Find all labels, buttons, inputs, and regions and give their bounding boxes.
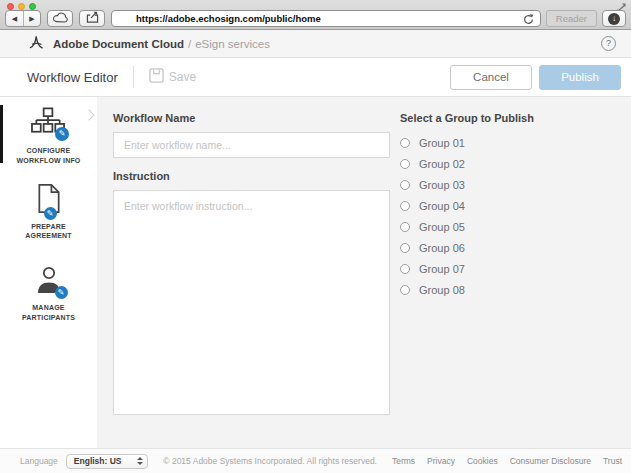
select-stepper-icon (137, 457, 143, 465)
group-option-label: Group 02 (419, 158, 465, 170)
cloud-icon (53, 11, 68, 26)
cancel-button[interactable]: Cancel (450, 65, 532, 90)
radio-icon[interactable] (400, 285, 410, 295)
editor-toolbar: Workflow Editor Save Cancel Publish (0, 58, 631, 97)
brand-separator: / (188, 38, 191, 50)
forward-icon: ▶ (29, 15, 34, 22)
sidebar-step-prepare-agreement[interactable]: ✎ PREPARE AGREEMENT (0, 184, 97, 242)
adobe-logo-icon (28, 34, 44, 53)
back-button[interactable]: ◀ (6, 11, 23, 26)
group-option-label: Group 06 (419, 242, 465, 254)
sidebar-step-manage-participants[interactable]: ✎ MANAGE PARTICIPANTS (0, 266, 97, 323)
back-icon: ◀ (12, 15, 17, 22)
instruction-label: Instruction (113, 170, 390, 182)
workflow-name-input[interactable] (113, 132, 390, 158)
page-title: Workflow Editor (27, 70, 118, 85)
group-radio-row[interactable]: Group 08 (400, 284, 534, 296)
save-label: Save (169, 70, 196, 84)
radio-icon[interactable] (400, 159, 410, 169)
forward-button[interactable]: ▶ (23, 11, 40, 26)
group-option-label: Group 04 (419, 200, 465, 212)
nav-buttons: ◀ ▶ (5, 10, 41, 27)
browser-window: ◀ ▶ https://adobe.echosign.com/public/ho… (0, 0, 631, 473)
share-button[interactable] (79, 10, 105, 27)
download-icon: ↓ (608, 13, 620, 25)
language-value: English: US (74, 456, 122, 466)
group-option-label: Group 08 (419, 284, 465, 296)
group-option-label: Group 07 (419, 263, 465, 275)
group-radio-row[interactable]: Group 05 (400, 221, 534, 233)
footer-link-consumer-disclosure[interactable]: Consumer Disclosure (510, 456, 591, 466)
document-edit-icon: ✎ (37, 184, 61, 216)
workflow-edit-icon: ✎ (31, 107, 66, 140)
group-select-panel: Select a Group to Publish Group 01 Group… (400, 112, 534, 448)
copyright-text: © 2015 Adobe Systems Incorporated. All r… (163, 456, 377, 466)
radio-icon[interactable] (400, 264, 410, 274)
traffic-lights (7, 3, 36, 10)
radio-icon[interactable] (400, 180, 410, 190)
group-option-label: Group 03 (419, 179, 465, 191)
instruction-textarea[interactable] (113, 190, 390, 415)
footer-link-terms[interactable]: Terms (392, 456, 415, 466)
group-option-label: Group 05 (419, 221, 465, 233)
radio-icon[interactable] (400, 222, 410, 232)
address-bar[interactable]: https://adobe.echosign.com/public/home (111, 10, 541, 27)
edit-pencil-badge-icon: ✎ (44, 207, 57, 220)
close-window-icon[interactable] (7, 3, 14, 10)
reload-icon[interactable] (523, 13, 535, 25)
language-label: Language (20, 456, 58, 466)
group-radio-row[interactable]: Group 03 (400, 179, 534, 191)
group-option-label: Group 01 (419, 137, 465, 149)
url-text: https://adobe.echosign.com/public/home (136, 13, 523, 24)
workflow-form: Workflow Name Instruction (113, 112, 390, 448)
app-header: Adobe Document Cloud / eSign services ? (0, 30, 631, 58)
minimize-window-icon[interactable] (18, 3, 25, 10)
toolbar-divider (133, 66, 134, 88)
brand-subtitle: eSign services (195, 38, 270, 50)
browser-toolbar: ◀ ▶ https://adobe.echosign.com/public/ho… (5, 10, 626, 27)
zoom-window-icon[interactable] (29, 3, 36, 10)
group-select-title: Select a Group to Publish (400, 112, 534, 124)
footer-link-privacy[interactable]: Privacy (427, 456, 455, 466)
participants-edit-icon: ✎ (35, 266, 63, 297)
radio-icon[interactable] (400, 243, 410, 253)
save-icon (149, 68, 164, 86)
footer: Language English: US © 2015 Adobe System… (0, 448, 631, 473)
sidebar-step-configure-workflow-info[interactable]: ✎ CONFIGURE WORKFLOW INFO (0, 107, 97, 166)
edit-pencil-badge-icon: ✎ (55, 127, 69, 141)
workflow-name-label: Workflow Name (113, 112, 390, 124)
step-label: CONFIGURE WORKFLOW INFO (10, 146, 88, 166)
footer-link-trust[interactable]: Trust (603, 456, 622, 466)
save-button[interactable]: Save (149, 68, 196, 86)
reader-button[interactable]: Reader (546, 10, 597, 27)
radio-icon[interactable] (400, 201, 410, 211)
brand-title: Adobe Document Cloud (53, 38, 184, 50)
edit-pencil-badge-icon: ✎ (55, 286, 68, 299)
footer-links: Terms Privacy Cookies Consumer Disclosur… (392, 456, 622, 466)
group-radio-row[interactable]: Group 04 (400, 200, 534, 212)
group-radio-row[interactable]: Group 06 (400, 242, 534, 254)
share-icon (86, 11, 99, 26)
radio-icon[interactable] (400, 138, 410, 148)
footer-link-cookies[interactable]: Cookies (467, 456, 498, 466)
help-icon[interactable]: ? (601, 36, 616, 51)
browser-chrome: ◀ ▶ https://adobe.echosign.com/public/ho… (0, 0, 631, 30)
workflow-steps-sidebar: ✎ CONFIGURE WORKFLOW INFO ✎ PREPARE AGRE… (0, 97, 97, 448)
content-panel: Workflow Name Instruction Select a Group… (97, 97, 631, 448)
group-radio-row[interactable]: Group 07 (400, 263, 534, 275)
publish-button[interactable]: Publish (539, 65, 621, 90)
step-label: MANAGE PARTICIPANTS (10, 303, 88, 323)
main-area: ✎ CONFIGURE WORKFLOW INFO ✎ PREPARE AGRE… (0, 97, 631, 448)
group-radio-row[interactable]: Group 01 (400, 137, 534, 149)
language-select[interactable]: English: US (66, 454, 148, 469)
downloads-button[interactable]: ↓ (602, 10, 626, 27)
group-radio-row[interactable]: Group 02 (400, 158, 534, 170)
step-label: PREPARE AGREEMENT (10, 222, 88, 242)
icloud-tabs-button[interactable] (47, 10, 73, 27)
